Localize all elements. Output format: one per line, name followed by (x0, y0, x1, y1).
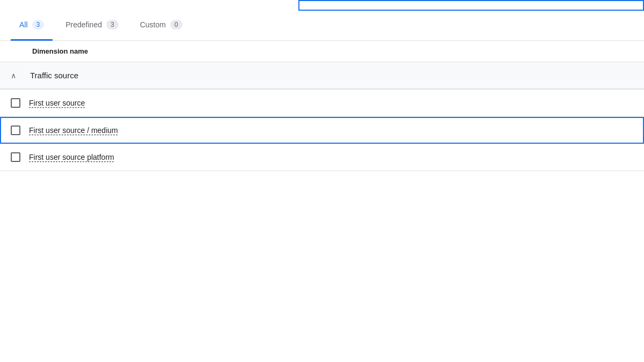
tab-custom-badge: 0 (170, 20, 182, 29)
top-search-box (298, 0, 644, 11)
dimension-row-first-user-source-medium[interactable]: First user source / medium (0, 117, 644, 144)
remaining-space (0, 171, 644, 362)
dimension-name-first-user-source-platform: First user source platform (29, 153, 114, 161)
tab-all-label: All (19, 20, 28, 29)
category-traffic-source[interactable]: ∧ Traffic source (0, 62, 644, 89)
page-wrapper: All 3 Predefined 3 Custom 0 Dimension na… (0, 0, 644, 362)
tab-custom-label: Custom (140, 20, 166, 29)
dimension-row-first-user-source[interactable]: First user source (0, 90, 644, 117)
checkbox-first-user-source-platform[interactable] (11, 152, 20, 162)
checkbox-first-user-source-medium[interactable] (11, 125, 20, 135)
tab-all-badge: 3 (32, 20, 45, 29)
dimension-row-first-user-source-platform[interactable]: First user source platform (0, 144, 644, 171)
tabs-container: All 3 Predefined 3 Custom 0 (0, 11, 644, 41)
tab-custom[interactable]: Custom 0 (131, 11, 191, 41)
tab-predefined-label: Predefined (65, 20, 102, 29)
column-header: Dimension name (0, 41, 644, 62)
column-header-label: Dimension name (32, 47, 88, 55)
top-search-box-bottom (298, 10, 644, 11)
tab-predefined[interactable]: Predefined 3 (57, 11, 127, 41)
checkbox-first-user-source[interactable] (11, 98, 20, 108)
tab-predefined-badge: 3 (106, 20, 119, 29)
dimension-name-first-user-source-medium: First user source / medium (29, 126, 118, 135)
chevron-up-icon: ∧ (11, 71, 21, 80)
tab-all[interactable]: All 3 (11, 11, 53, 41)
category-label: Traffic source (30, 71, 78, 80)
dimension-name-first-user-source: First user source (29, 99, 85, 107)
